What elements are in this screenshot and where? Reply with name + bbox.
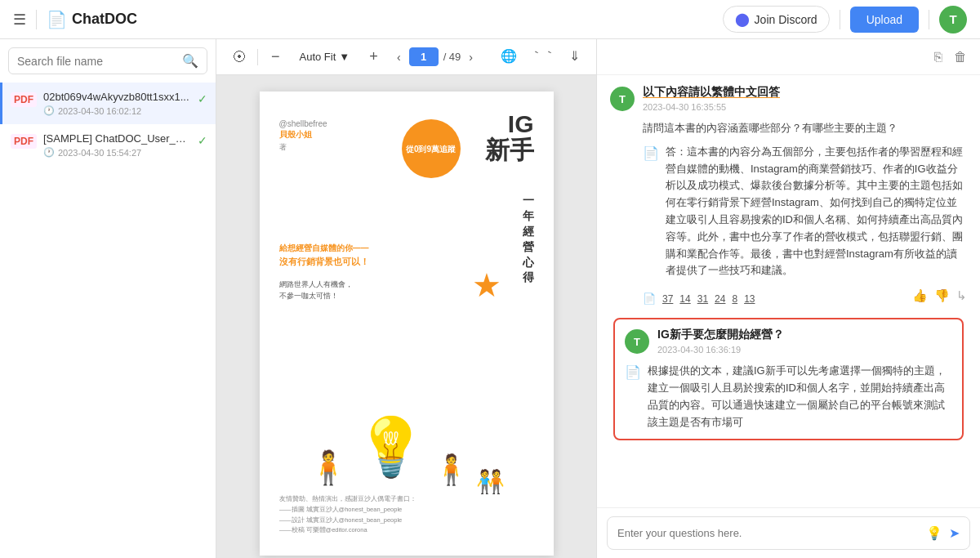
auto-fit-dropdown[interactable]: Auto Fit ▼ bbox=[293, 47, 357, 66]
file-name: 02bt069v4wAkyvzb80tt1sxx1... bbox=[43, 91, 191, 103]
share-icon[interactable]: ↳ bbox=[956, 288, 967, 303]
auto-fit-label: Auto Fit bbox=[300, 51, 336, 63]
chat-answer-2: 📄 根據提供的文本，建議IG新手可以先考慮選擇一個獨特的主題，建立一個吸引人且易… bbox=[625, 363, 952, 431]
person-icon-1: 🧍 bbox=[308, 449, 349, 487]
copy-icon[interactable]: ⎘ bbox=[931, 47, 946, 68]
font-icon[interactable]: ｀｀ bbox=[527, 45, 559, 69]
ref-1[interactable]: 37 bbox=[662, 293, 673, 305]
file-item[interactable]: PDF [SAMPLE] ChatDOC_User_G... 🕐 2023-04… bbox=[0, 124, 216, 166]
ref-2[interactable]: 14 bbox=[679, 293, 690, 305]
user-avatar[interactable]: T bbox=[939, 6, 967, 33]
doc-icon: 📄 bbox=[643, 145, 659, 161]
discord-icon: ⬤ bbox=[735, 11, 750, 27]
page-total: / 49 bbox=[443, 51, 461, 63]
pdf-area: 🖸 − Auto Fit ▼ + ‹ / 49 › 🌐 ｀｀ ⇓ bbox=[216, 39, 596, 558]
chat-messages: T 以下內容請以繁體中文回答 2023-04-30 16:35:55 請問這本書… bbox=[597, 75, 980, 507]
pdf-content: @shellbefree 貝殼小姐 著 從0到9萬追蹤 IG新手 一年經營心得 … bbox=[216, 75, 596, 558]
book-author-name: 貝殼小姐 bbox=[279, 129, 312, 141]
chat-bubble-2: IG新手要怎麼開始經營？ 2023-04-30 16:36:19 bbox=[657, 328, 952, 355]
upload-button[interactable]: Upload bbox=[850, 7, 919, 33]
search-input[interactable] bbox=[17, 55, 177, 68]
prev-page-button[interactable]: ‹ bbox=[394, 49, 404, 65]
download-icon[interactable]: ⇓ bbox=[566, 45, 583, 69]
file-date: 🕐 2023-04-30 16:02:12 bbox=[43, 105, 191, 116]
pdf-toolbar: 🖸 − Auto Fit ▼ + ‹ / 49 › 🌐 ｀｀ ⇓ bbox=[216, 39, 596, 75]
person-icon-3: 🧑‍🤝‍🧑 bbox=[476, 468, 505, 495]
fit-width-icon[interactable]: 🖸 bbox=[229, 47, 249, 68]
hamburger-icon[interactable]: ☰ bbox=[13, 11, 26, 29]
book-author-handle: @shellbefree bbox=[279, 119, 327, 128]
pdf-page: @shellbefree 貝殼小姐 著 從0到9萬追蹤 IG新手 一年經營心得 … bbox=[260, 92, 554, 556]
chat-bubble-1: 以下內容請以繁體中文回答 2023-04-30 16:35:55 請問這本書的內… bbox=[643, 85, 967, 305]
join-discord-label: Join Discord bbox=[755, 13, 817, 26]
join-discord-button[interactable]: ⬤ Join Discord bbox=[723, 6, 830, 33]
chat-answer-block-1: 請問這本書的內容涵蓋哪些部分？有哪些主要的主題？ 📄 答：這本書的內容分為五個部… bbox=[643, 120, 967, 279]
search-icon[interactable]: 🔍 bbox=[182, 53, 198, 69]
file-name: [SAMPLE] ChatDOC_User_G... bbox=[43, 132, 191, 145]
book-badge-text: 從0到9萬追蹤 bbox=[406, 144, 456, 154]
chat-time-1: 2023-04-30 16:35:55 bbox=[643, 102, 967, 112]
file-item[interactable]: PDF 02bt069v4wAkyvzb80tt1sxx1... 🕐 2023-… bbox=[0, 83, 216, 124]
nav-divider-2 bbox=[840, 10, 840, 29]
chat-input[interactable] bbox=[617, 527, 920, 539]
nav-logo: 📄 ChatDOC bbox=[47, 10, 137, 29]
chat-answer-block-2: 📄 根據提供的文本，建議IG新手可以先考慮選擇一個獨特的主題，建立一個吸引人且易… bbox=[625, 363, 952, 431]
ref-doc-icon[interactable]: 📄 bbox=[643, 292, 656, 305]
delete-icon[interactable]: 🗑 bbox=[951, 47, 970, 68]
thumbdown-icon[interactable]: 👎 bbox=[934, 288, 950, 303]
page-number-input[interactable] bbox=[409, 47, 439, 66]
clock-icon: 🕐 bbox=[43, 147, 55, 158]
ref-4[interactable]: 24 bbox=[715, 293, 725, 305]
chat-refs-row-1: 📄 37 14 31 24 8 13 👍 👎 ↳ bbox=[643, 286, 967, 305]
top-nav: ☰ 📄 ChatDOC ⬤ Join Discord Upload T bbox=[0, 0, 980, 39]
thumbup-icon[interactable]: 👍 bbox=[912, 288, 928, 303]
sidebar-search-container: 🔍 bbox=[8, 47, 207, 74]
chat-refs-1: 📄 37 14 31 24 8 13 bbox=[643, 292, 755, 305]
chat-answer-text-1: 答：這本書的內容分為五個部分，主要包括作者的學習歷程和經營自媒體的動機、Inst… bbox=[666, 144, 967, 279]
sidebar: 🔍 PDF 02bt069v4wAkyvzb80tt1sxx1... 🕐 202… bbox=[0, 39, 216, 558]
lightbulb-input-icon[interactable]: 💡 bbox=[926, 525, 942, 541]
nav-divider-3 bbox=[929, 10, 929, 29]
book-badge: 從0到9萬追蹤 bbox=[402, 119, 461, 178]
nav-divider bbox=[36, 10, 37, 29]
chat-input-box: 💡 ➤ bbox=[607, 516, 970, 550]
toolbar-sep bbox=[257, 49, 258, 65]
ref-6[interactable]: 13 bbox=[744, 293, 755, 305]
chat-question-1: 以下內容請以繁體中文回答 bbox=[643, 85, 967, 100]
chat-question-text: 請問這本書的內容涵蓋哪些部分？有哪些主要的主題？ bbox=[643, 120, 967, 137]
file-list: PDF 02bt069v4wAkyvzb80tt1sxx1... 🕐 2023-… bbox=[0, 79, 216, 558]
logo-text: ChatDOC bbox=[72, 11, 137, 28]
dropdown-arrow-icon: ▼ bbox=[339, 51, 350, 63]
chat-message-1: T 以下內容請以繁體中文回答 2023-04-30 16:35:55 請問這本書… bbox=[610, 85, 967, 305]
pdf-icon: PDF bbox=[11, 134, 37, 149]
file-info: [SAMPLE] ChatDOC_User_G... 🕐 2023-04-30 … bbox=[43, 132, 191, 158]
page-navigation: ‹ / 49 › bbox=[394, 47, 476, 66]
chat-toolbar: ⎘ 🗑 bbox=[597, 39, 980, 75]
chat-input-area: 💡 ➤ bbox=[597, 507, 980, 558]
book-promo-bold: 沒有行銷背景也可以！ bbox=[279, 257, 369, 266]
lightbulb-icon: 💡 bbox=[355, 413, 426, 480]
next-page-button[interactable]: › bbox=[466, 49, 476, 65]
ref-3[interactable]: 31 bbox=[697, 293, 708, 305]
zoom-in-button[interactable]: + bbox=[364, 47, 383, 67]
ref-5[interactable]: 8 bbox=[732, 293, 737, 305]
chat-answer-1: 📄 答：這本書的內容分為五個部分，主要包括作者的學習歷程和經營自媒體的動機、In… bbox=[643, 144, 967, 279]
chat-message-2-highlighted: T IG新手要怎麼開始經營？ 2023-04-30 16:36:19 📄 根據提… bbox=[613, 318, 964, 440]
globe-icon[interactable]: 🌐 bbox=[497, 45, 520, 69]
user-avatar-msg2: T bbox=[625, 329, 649, 354]
chat-question-2: IG新手要怎麼開始經營？ bbox=[657, 328, 952, 342]
check-icon: ✓ bbox=[198, 134, 207, 147]
main-layout: 🔍 PDF 02bt069v4wAkyvzb80tt1sxx1... 🕐 202… bbox=[0, 39, 980, 558]
send-button[interactable]: ➤ bbox=[949, 525, 960, 541]
chat-time-2: 2023-04-30 16:36:19 bbox=[657, 345, 952, 355]
clock-icon: 🕐 bbox=[43, 105, 55, 116]
book-tagline: 網路世界人人有機會，不參一咖太可惜！ bbox=[279, 279, 353, 302]
check-icon: ✓ bbox=[198, 92, 207, 105]
file-info: 02bt069v4wAkyvzb80tt1sxx1... 🕐 2023-04-3… bbox=[43, 91, 191, 116]
zoom-out-button[interactable]: − bbox=[266, 47, 285, 67]
chat-answer-text-2: 根據提供的文本，建議IG新手可以先考慮選擇一個獨特的主題，建立一個吸引人且易於搜… bbox=[648, 363, 952, 431]
logo-icon: 📄 bbox=[47, 10, 67, 29]
book-illustration: 🧍 💡 🧍 🧑‍🤝‍🧑 bbox=[287, 324, 526, 487]
chat-panel: ⎘ 🗑 T 以下內容請以繁體中文回答 2023-04-30 16:35:55 請… bbox=[596, 39, 980, 558]
book-title-ig: IG新手 bbox=[469, 111, 534, 163]
